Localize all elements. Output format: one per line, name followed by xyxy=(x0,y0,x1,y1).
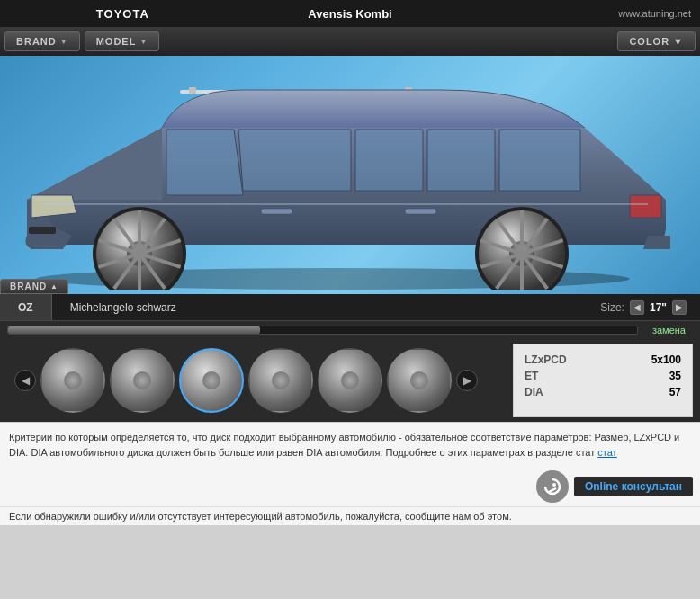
info-text: Критерии по которым определяется то, что… xyxy=(9,432,679,458)
spec-row-lzxpcd: LZxPCD 5x100 xyxy=(525,352,681,368)
info-text-area: Критерии по которым определяется то, что… xyxy=(0,422,700,467)
info-link[interactable]: стат xyxy=(597,447,616,458)
svg-rect-2 xyxy=(189,87,196,94)
wheel-brand-name: OZ xyxy=(0,294,52,320)
size-label: Size: xyxy=(600,301,624,314)
progress-bar-fill xyxy=(8,326,260,334)
progress-bar-background xyxy=(7,326,638,335)
dia-label: DIA xyxy=(525,386,543,398)
car-brand-bar: BRAND ▲ xyxy=(0,279,68,294)
specs-panel: LZxPCD 5x100 ET 35 DIA 57 xyxy=(513,344,693,417)
svg-rect-4 xyxy=(261,209,292,214)
bottom-section: ◀ ▶ LZxPCD 5x100 ET 35 DIA 57 xyxy=(0,339,700,422)
color-button[interactable]: COLOR ▼ xyxy=(617,31,696,51)
wheel-item-5[interactable] xyxy=(318,348,382,413)
zamena-button[interactable]: замена xyxy=(645,325,693,335)
wheels-row: ◀ ▶ xyxy=(7,344,506,417)
lzxpcd-label: LZxPCD xyxy=(525,353,567,366)
bottom-note: Если обнаружили ошибку и/или отсутствует… xyxy=(0,506,700,525)
wheel-item-1[interactable] xyxy=(40,348,105,413)
wheel-name-bar: OZ Michelangelo schwarz Size: ◀ 17" ▶ xyxy=(0,294,700,321)
lzxpcd-value: 5x100 xyxy=(651,353,681,366)
svg-point-25 xyxy=(552,483,556,487)
consultant-rest-text: консультан xyxy=(622,480,682,493)
car-image-area xyxy=(0,56,700,294)
model-button-label: MODEL xyxy=(96,36,137,47)
color-button-label: COLOR xyxy=(629,36,669,47)
consultant-icon[interactable] xyxy=(536,470,569,503)
wheel-next-button[interactable]: ▶ xyxy=(456,370,478,391)
car-display: BRAND ▲ xyxy=(0,56,700,294)
header-brand: TOYOTA xyxy=(9,7,237,21)
size-value: 17" xyxy=(650,301,667,314)
svg-rect-6 xyxy=(29,227,56,234)
progress-area: замена xyxy=(0,321,700,339)
car-brand-arrow: ▲ xyxy=(50,282,58,291)
spec-row-dia: DIA 57 xyxy=(525,384,681,400)
svg-line-24 xyxy=(549,488,556,492)
wheel-prev-button[interactable]: ◀ xyxy=(14,370,36,391)
svg-rect-7 xyxy=(630,195,661,218)
header: TOYOTA Avensis Kombi www.atuning.net xyxy=(0,0,700,27)
color-button-arrow: ▼ xyxy=(673,36,684,47)
dia-value: 57 xyxy=(669,386,681,398)
wheel-item-4[interactable] xyxy=(248,348,313,413)
toolbar: BRAND ▼ MODEL ▼ COLOR ▼ xyxy=(0,27,700,56)
bottom-note-text: Если обнаружили ошибку и/или отсутствует… xyxy=(9,511,512,522)
model-button[interactable]: MODEL ▼ xyxy=(85,31,160,51)
model-button-arrow: ▼ xyxy=(139,38,148,46)
consultant-label[interactable]: Online консультан xyxy=(574,477,693,496)
size-prev-button[interactable]: ◀ xyxy=(630,300,644,315)
brand-button[interactable]: BRAND ▼ xyxy=(4,31,80,51)
wheel-size-area: Size: ◀ 17" ▶ xyxy=(587,300,700,315)
size-next-button[interactable]: ▶ xyxy=(672,300,687,315)
brand-button-arrow: ▼ xyxy=(60,38,68,46)
svg-rect-5 xyxy=(405,209,436,214)
consultant-svg-icon xyxy=(542,476,563,497)
car-svg xyxy=(0,56,684,290)
car-brand-label: BRAND xyxy=(10,282,47,291)
consultant-bar: Online консультан xyxy=(0,467,700,506)
et-label: ET xyxy=(525,370,538,382)
wheel-item-3[interactable] xyxy=(179,348,244,413)
car-brand-tag: BRAND ▲ xyxy=(0,279,68,294)
header-website: www.atuning.net xyxy=(463,8,691,19)
et-value: 35 xyxy=(669,370,681,382)
consultant-online-text: Online xyxy=(585,480,618,493)
header-model: Avensis Kombi xyxy=(237,7,464,21)
brand-button-label: BRAND xyxy=(16,36,57,47)
wheel-item-6[interactable] xyxy=(387,348,452,413)
spec-row-et: ET 35 xyxy=(525,368,681,384)
wheel-model-name: Michelangelo schwarz xyxy=(52,294,588,320)
wheel-item-2[interactable] xyxy=(110,348,175,413)
